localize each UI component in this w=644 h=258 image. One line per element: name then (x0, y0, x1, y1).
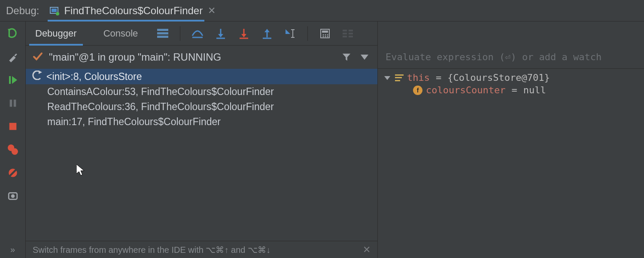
svg-rect-8 (9, 123, 16, 130)
run-config-name: FindTheColours$ColourFinder (64, 5, 203, 17)
step-over-button[interactable] (190, 26, 205, 41)
object-icon (395, 74, 404, 81)
more-tools-icon[interactable]: » (10, 245, 15, 255)
resume-button[interactable] (6, 73, 20, 87)
svg-rect-16 (157, 32, 168, 34)
svg-marker-5 (12, 76, 17, 84)
equals-sign: = (436, 72, 441, 83)
toolbar-separator (180, 26, 180, 41)
frame-label: ReadTheColours:36, FindTheColours$Colour… (47, 101, 274, 113)
svg-point-10 (11, 148, 18, 155)
svg-point-38 (325, 36, 326, 37)
check-icon (33, 51, 43, 64)
variables-panel: this = {ColoursStore@701} f coloursCount… (378, 22, 644, 258)
force-step-into-button[interactable] (236, 26, 252, 41)
svg-rect-45 (349, 36, 353, 37)
stop-button[interactable] (6, 120, 20, 133)
svg-marker-47 (361, 55, 368, 60)
settings-button[interactable] (6, 50, 20, 64)
frames-list: <init>:8, ColoursStore ContainsAColour:5… (26, 69, 377, 241)
svg-rect-40 (343, 30, 347, 31)
tip-bar: Switch frames from anywhere in the IDE w… (26, 241, 377, 258)
frame-label: ContainsAColour:53, FindTheColours$Colou… (47, 86, 274, 98)
frame-label: main:17, FindTheColours$ColourFinder (47, 116, 221, 128)
tip-close-icon[interactable]: ✕ (363, 244, 371, 255)
mute-breakpoints-button[interactable] (6, 166, 20, 180)
stack-frame[interactable]: ContainsAColour:53, FindTheColours$Colou… (26, 84, 377, 99)
threads-view-icon[interactable] (155, 26, 170, 41)
stack-frame[interactable]: <init>:8, ColoursStore (26, 69, 377, 84)
variable-name: coloursCounter (426, 85, 505, 95)
svg-rect-43 (349, 33, 353, 34)
thread-dropdown-icon[interactable] (358, 51, 371, 63)
evaluate-expression-input-row[interactable] (378, 46, 644, 69)
svg-marker-46 (343, 54, 350, 61)
svg-point-37 (323, 36, 324, 37)
stack-frame[interactable]: main:17, FindTheColours$ColourFinder (26, 114, 377, 129)
variable-value: {ColoursStore@701} (447, 72, 550, 83)
svg-rect-44 (343, 36, 347, 37)
tab-console[interactable]: Console (94, 22, 148, 46)
debugger-tabs-row: Debugger Console (26, 22, 377, 46)
svg-rect-17 (157, 36, 168, 38)
run-config-tab[interactable]: FindTheColours$ColourFinder (49, 0, 203, 22)
debug-body: » Debugger Console (0, 22, 644, 258)
field-icon: f (413, 86, 422, 95)
variable-row[interactable]: this = {ColoursStore@701} (383, 71, 639, 84)
svg-point-2 (56, 12, 59, 15)
frame-label: <init>:8, ColoursStore (46, 71, 142, 83)
svg-rect-7 (13, 100, 16, 107)
stack-frame[interactable]: ReadTheColours:36, FindTheColours$Colour… (26, 99, 377, 114)
debug-title-bar: Debug: FindTheColours$ColourFinder ✕ (0, 0, 644, 22)
tab-debugger[interactable]: Debugger (26, 22, 86, 46)
chevron-down-icon[interactable] (383, 72, 392, 83)
svg-point-36 (327, 34, 328, 35)
evaluate-expression-button[interactable] (317, 26, 333, 41)
step-out-button[interactable] (259, 26, 275, 41)
frames-panel: Debugger Console (26, 22, 378, 258)
debug-left-toolbar: » (0, 22, 26, 258)
svg-marker-20 (218, 34, 223, 37)
svg-marker-3 (8, 29, 11, 32)
evaluate-expression-input[interactable] (386, 52, 636, 62)
application-icon (49, 6, 60, 16)
filter-icon[interactable] (340, 51, 352, 63)
step-into-button[interactable] (213, 26, 228, 41)
svg-marker-28 (286, 29, 290, 34)
run-to-cursor-button[interactable] (283, 26, 298, 41)
debug-label: Debug: (6, 5, 39, 17)
svg-rect-1 (52, 9, 57, 12)
svg-rect-6 (9, 100, 12, 107)
svg-marker-50 (384, 76, 390, 80)
pause-button[interactable] (6, 96, 20, 110)
thread-dump-button[interactable] (6, 189, 20, 203)
variable-value: null (523, 85, 546, 95)
variables-tree: this = {ColoursStore@701} f coloursCount… (378, 69, 644, 258)
mouse-cursor-icon (76, 164, 86, 178)
tip-text: Switch frames from anywhere in the IDE w… (33, 245, 270, 255)
svg-marker-49 (76, 164, 84, 175)
svg-rect-33 (322, 31, 328, 33)
drop-frame-icon (32, 71, 42, 83)
svg-point-35 (325, 34, 326, 35)
svg-point-14 (11, 194, 15, 198)
svg-rect-15 (157, 29, 168, 31)
equals-sign: = (511, 85, 517, 95)
view-breakpoints-button[interactable] (6, 143, 20, 157)
thread-selector[interactable]: "main"@1 in group "main": RUNNING (26, 46, 377, 69)
svg-rect-42 (343, 33, 347, 34)
rerun-button[interactable] (6, 27, 20, 40)
svg-rect-41 (349, 30, 353, 31)
variable-name: this (407, 72, 430, 83)
variable-row[interactable]: f coloursCounter = null (383, 84, 639, 96)
svg-marker-26 (264, 29, 270, 32)
close-tab-icon[interactable]: ✕ (208, 5, 216, 16)
svg-rect-4 (9, 76, 11, 84)
toolbar-separator (307, 26, 308, 41)
svg-point-39 (327, 36, 328, 37)
svg-point-34 (323, 34, 324, 35)
svg-marker-23 (241, 34, 246, 37)
trace-current-stream-button (340, 26, 356, 41)
svg-marker-48 (39, 71, 42, 74)
thread-status-text: "main"@1 in group "main": RUNNING (49, 51, 334, 63)
